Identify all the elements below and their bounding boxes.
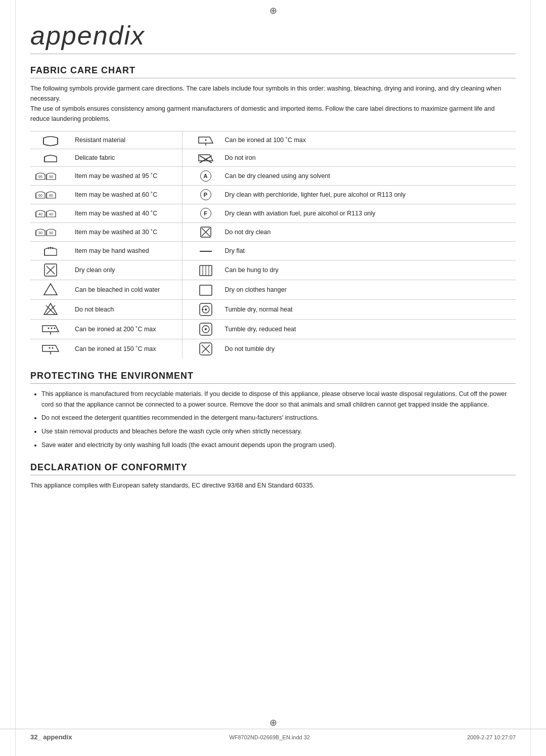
list-item: Use stain removal products and bleaches … bbox=[41, 426, 516, 437]
svg-point-45 bbox=[51, 328, 53, 329]
table-row: Resistant material Can be ironed at 100 … bbox=[30, 131, 516, 149]
table-row: Delicate fabric Do not iron bbox=[30, 149, 516, 167]
desc-iron-150: Can be ironed at 150 ˚C max bbox=[71, 339, 182, 359]
table-row: 30 30 Item may be washed at 30 ˚C Do not… bbox=[30, 223, 516, 242]
svg-text:95: 95 bbox=[49, 175, 53, 179]
desc-no-iron: Do not iron bbox=[221, 149, 516, 167]
desc-circle-A: Can be dry cleaned using any solvent bbox=[221, 167, 516, 186]
registration-mark-top: ⊕ bbox=[269, 5, 277, 16]
svg-point-51 bbox=[49, 347, 51, 349]
protecting-title: PROTECTING THE ENVIRONMENT bbox=[30, 371, 516, 384]
file-info: WF8702ND-02669B_EN.indd 32 bbox=[229, 734, 310, 740]
table-row: 95 95 Item may be washed at 95 ˚C A Can … bbox=[30, 167, 516, 186]
list-item: Do not exceed the detergent quantities r… bbox=[41, 413, 516, 423]
symbol-tub-95: 95 95 bbox=[30, 167, 71, 186]
svg-point-52 bbox=[52, 347, 54, 349]
desc-dry-flat: Dry flat bbox=[221, 242, 516, 260]
table-row: 40 40 Item may be washed at 40 ˚C F Dry … bbox=[30, 204, 516, 223]
fabric-care-title: FABRIC CARE CHART bbox=[30, 65, 516, 78]
svg-point-50 bbox=[205, 328, 207, 330]
svg-marker-35 bbox=[44, 284, 57, 295]
table-row: Can be ironed at 200 ˚C max Tumble dry, … bbox=[30, 320, 516, 339]
desc-iron-200: Can be ironed at 200 ˚C max bbox=[71, 320, 182, 339]
declaration-text: This appliance complies with European sa… bbox=[30, 480, 516, 491]
circle-F-label: F bbox=[200, 208, 211, 219]
desc-tumble-reduced: Tumble dry, reduced heat bbox=[221, 320, 516, 339]
table-row: Dry clean only Can be hung to dry bbox=[30, 260, 516, 280]
table-row: Do not bleach Tumble dry, normal heat bbox=[30, 300, 516, 320]
page-footer: 32_ appendix WF8702ND-02669B_EN.indd 32 … bbox=[0, 729, 546, 741]
symbol-dry-flat bbox=[191, 242, 221, 260]
desc-hand-wash: Item may be hand washed bbox=[71, 242, 182, 260]
svg-text:60: 60 bbox=[38, 194, 42, 197]
symbol-dry-clean-only bbox=[30, 260, 71, 280]
desc-30: Item may be washed at 30 ˚C bbox=[71, 223, 182, 242]
svg-text:30: 30 bbox=[38, 231, 42, 235]
desc-dry-clean-only: Dry clean only bbox=[71, 260, 182, 280]
protecting-list: This appliance is manufactured from recy… bbox=[41, 389, 516, 450]
svg-point-44 bbox=[48, 328, 50, 329]
symbol-no-bleach bbox=[30, 300, 71, 320]
table-row: 60 60 Item may be washed at 60 ˚C P Dry … bbox=[30, 186, 516, 204]
desc-circle-F: Dry clean with aviation fuel, pure alcoh… bbox=[221, 204, 516, 223]
desc-no-tumble: Do not tumble dry bbox=[221, 339, 516, 359]
symbol-no-iron bbox=[191, 149, 221, 167]
symbol-tub-60: 60 60 bbox=[30, 186, 71, 204]
symbol-clothes-hanger bbox=[191, 280, 221, 300]
svg-rect-36 bbox=[200, 285, 212, 295]
symbol-circle-F: F bbox=[191, 204, 221, 223]
desc-no-bleach: Do not bleach bbox=[71, 300, 182, 320]
svg-point-43 bbox=[202, 309, 203, 310]
desc-circle-P: Dry clean with perchloride, lighter fuel… bbox=[221, 186, 516, 204]
symbol-no-tumble bbox=[191, 339, 221, 359]
symbol-tub-30: 30 30 bbox=[30, 223, 71, 242]
svg-text:95: 95 bbox=[38, 175, 42, 179]
list-item: This appliance is manufactured from recy… bbox=[41, 389, 516, 410]
symbol-tub-resistant bbox=[30, 131, 71, 149]
margin-line-right bbox=[530, 0, 531, 756]
symbol-hung-to-dry bbox=[191, 260, 221, 280]
svg-point-42 bbox=[205, 308, 207, 310]
symbol-circle-P: P bbox=[191, 186, 221, 204]
desc-tumble-normal: Tumble dry, normal heat bbox=[221, 300, 516, 320]
registration-mark-bottom: ⊕ bbox=[269, 717, 277, 728]
desc-delicate: Delicate fabric bbox=[71, 149, 182, 167]
svg-point-2 bbox=[205, 140, 206, 141]
svg-text:30: 30 bbox=[49, 231, 53, 235]
protecting-section: PROTECTING THE ENVIRONMENT This applianc… bbox=[30, 371, 516, 450]
desc-hung-to-dry: Can be hung to dry bbox=[221, 260, 516, 280]
svg-text:40: 40 bbox=[38, 212, 42, 216]
symbol-iron-150 bbox=[30, 339, 71, 359]
declaration-section: DECLARATION OF CONFORMITY This appliance… bbox=[30, 462, 516, 491]
svg-marker-37 bbox=[44, 303, 57, 315]
symbol-tumble-reduced bbox=[191, 320, 221, 339]
symbol-iron-100 bbox=[191, 131, 221, 149]
svg-text:60: 60 bbox=[49, 194, 53, 197]
page-number: 32_ appendix bbox=[30, 733, 72, 741]
symbol-iron-200 bbox=[30, 320, 71, 339]
table-row: Item may be hand washed Dry flat bbox=[30, 242, 516, 260]
page-title: appendix bbox=[30, 20, 516, 54]
desc-bleach-cold: Can be bleached in cold water bbox=[71, 280, 182, 300]
symbol-tub-40: 40 40 bbox=[30, 204, 71, 223]
desc-resistant: Resistant material bbox=[71, 131, 182, 149]
desc-iron-100: Can be ironed at 100 ˚C max bbox=[221, 131, 516, 149]
symbol-circle-A: A bbox=[191, 167, 221, 186]
desc-no-dry-clean: Do not dry clean bbox=[221, 223, 516, 242]
symbol-tumble-normal bbox=[191, 300, 221, 320]
fabric-care-section: FABRIC CARE CHART The following symbols … bbox=[30, 65, 516, 359]
date-info: 2009-2-27 10:27:07 bbox=[467, 734, 516, 740]
table-row: Can be ironed at 150 ˚C max Do not tumbl… bbox=[30, 339, 516, 359]
symbol-no-dry-clean bbox=[191, 223, 221, 242]
desc-40: Item may be washed at 40 ˚C bbox=[71, 204, 182, 223]
symbol-hand-wash bbox=[30, 242, 71, 260]
symbol-delicate bbox=[30, 149, 71, 167]
desc-95: Item may be washed at 95 ˚C bbox=[71, 167, 182, 186]
desc-60: Item may be washed at 60 ˚C bbox=[71, 186, 182, 204]
care-chart-table: Resistant material Can be ironed at 100 … bbox=[30, 131, 516, 359]
fabric-care-intro: The following symbols provide garment ca… bbox=[30, 83, 516, 124]
svg-point-46 bbox=[54, 328, 56, 329]
symbol-bleach-cold bbox=[30, 280, 71, 300]
table-row: Can be bleached in cold water Dry on clo… bbox=[30, 280, 516, 300]
margin-line-left bbox=[15, 0, 16, 756]
